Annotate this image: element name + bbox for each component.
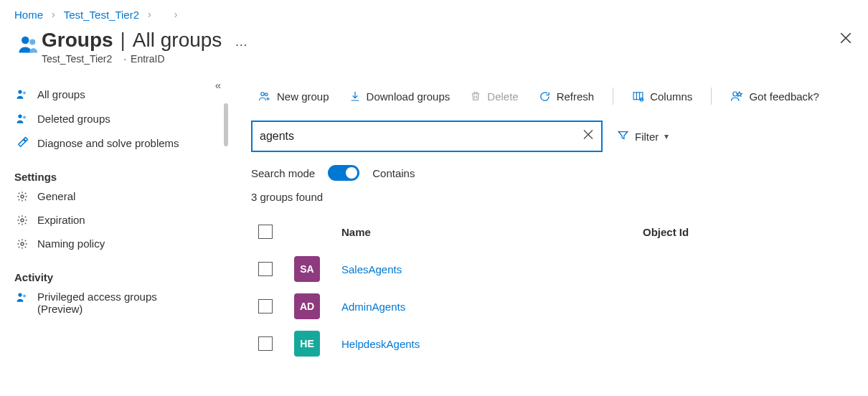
group-avatar: HE (294, 331, 320, 357)
svg-point-1 (29, 39, 35, 45)
group-avatar: AD (294, 293, 320, 319)
feedback-button[interactable]: Got feedback? (723, 87, 826, 105)
clear-search-button[interactable] (582, 129, 594, 144)
svg-point-15 (733, 92, 737, 96)
toolbar-label: Refresh (557, 90, 595, 103)
download-icon (349, 90, 361, 102)
group-name-link[interactable]: HelpdeskAgents (341, 338, 420, 350)
sidebar-item-all-groups[interactable]: All groups (13, 82, 230, 106)
toolbar-label: Columns (650, 90, 692, 103)
toolbar-separator (711, 88, 712, 105)
svg-point-8 (21, 242, 24, 245)
sidebar-item-label: All groups (37, 88, 85, 100)
close-button[interactable] (839, 32, 852, 48)
chevron-right-icon: › (52, 9, 55, 20)
result-count: 3 groups found (251, 191, 854, 203)
search-mode-value: Contains (372, 167, 415, 179)
row-checkbox[interactable] (258, 336, 273, 351)
main-content: New group Download groups Delete Refresh… (230, 77, 868, 396)
select-all-checkbox[interactable] (258, 225, 273, 239)
title-divider: | (121, 29, 126, 52)
new-group-button[interactable]: New group (251, 87, 336, 105)
sidebar: « All groups Deleted groups Diagnose and… (0, 77, 230, 396)
search-input-wrapper (251, 121, 603, 152)
table-row: AD AdminAgents (251, 288, 854, 325)
delete-button: Delete (463, 88, 525, 105)
svg-point-0 (22, 37, 29, 44)
sidebar-item-general[interactable]: General (13, 184, 230, 208)
toolbar: New group Download groups Delete Refresh… (251, 77, 854, 115)
breadcrumb-tenant[interactable]: Test_Test_Tier2 (64, 9, 139, 21)
feedback-icon (730, 90, 743, 103)
chevron-right-icon: › (174, 9, 178, 20)
results-table: Name Object Id SA SalesAgents AD AdminAg… (251, 213, 854, 362)
chevron-down-icon: ▾ (664, 131, 669, 141)
column-header-object-id[interactable]: Object Id (638, 226, 854, 238)
sidebar-item-label: Expiration (37, 214, 85, 226)
row-checkbox[interactable] (258, 299, 273, 314)
collapse-sidebar-button[interactable]: « (215, 79, 221, 91)
row-checkbox[interactable] (258, 262, 273, 276)
svg-point-12 (265, 93, 268, 96)
add-group-icon (258, 90, 271, 103)
sidebar-item-label: General (37, 190, 75, 202)
group-avatar: SA (294, 256, 320, 282)
groups-icon (14, 88, 30, 100)
svg-point-4 (18, 114, 22, 118)
filter-button[interactable]: Filter ▾ (613, 126, 673, 146)
svg-point-3 (23, 92, 26, 95)
table-row: HE HelpdeskAgents (251, 325, 854, 362)
svg-point-2 (18, 90, 22, 93)
svg-point-11 (261, 93, 265, 96)
table-row: SA SalesAgents (251, 250, 854, 288)
chevron-right-icon: › (148, 9, 151, 20)
svg-point-10 (23, 295, 26, 298)
breadcrumb: Home › Test_Test_Tier2 › › (0, 0, 868, 24)
search-input[interactable] (260, 130, 572, 143)
filter-label: Filter (635, 131, 659, 143)
svg-point-9 (18, 293, 22, 296)
group-name-link[interactable]: AdminAgents (341, 301, 405, 313)
sidebar-item-naming-policy[interactable]: Naming policy (13, 232, 230, 255)
sidebar-section-activity: Activity (13, 265, 230, 285)
sidebar-item-diagnose[interactable]: Diagnose and solve problems (13, 131, 230, 155)
refresh-icon (539, 90, 551, 103)
filter-icon (617, 129, 629, 143)
more-menu[interactable]: … (235, 34, 247, 50)
columns-icon (632, 90, 644, 103)
search-mode-toggle[interactable] (328, 165, 359, 181)
toolbar-label: New group (277, 90, 329, 103)
search-mode-label: Search mode (251, 167, 315, 179)
toolbar-label: Got feedback? (749, 90, 819, 103)
dot-separator: · (123, 53, 126, 65)
svg-point-7 (21, 219, 24, 222)
refresh-button[interactable]: Refresh (532, 88, 602, 105)
sidebar-item-label: Deleted groups (37, 113, 110, 125)
gear-icon (14, 214, 30, 226)
sidebar-section-settings: Settings (13, 165, 230, 184)
wrench-icon (14, 136, 30, 149)
download-groups-button[interactable]: Download groups (342, 88, 458, 105)
group-name-link[interactable]: SalesAgents (341, 263, 402, 275)
gear-icon (14, 191, 30, 202)
columns-button[interactable]: Columns (625, 88, 699, 105)
scrollbar-thumb[interactable] (224, 103, 228, 146)
sidebar-item-label: Naming policy (37, 237, 105, 250)
page-subtitle: All groups (133, 29, 222, 52)
page-header: Groups | All groups Test_Test_Tier2 ·Ent… (0, 24, 868, 65)
column-header-name[interactable]: Name (337, 226, 638, 238)
svg-point-6 (21, 195, 24, 198)
breadcrumb-home[interactable]: Home (14, 9, 43, 21)
trash-icon (470, 90, 481, 102)
sidebar-item-privileged-access[interactable]: Privileged access groups (Preview) (13, 285, 230, 321)
product-label: EntraID (131, 53, 164, 65)
groups-icon (14, 112, 30, 125)
gear-icon (14, 238, 30, 250)
sidebar-item-expiration[interactable]: Expiration (13, 208, 230, 232)
sidebar-item-label: Privileged access groups (Preview) (37, 291, 195, 315)
table-header: Name Object Id (251, 213, 854, 250)
toolbar-label: Delete (487, 90, 518, 103)
groups-icon (14, 29, 42, 55)
sidebar-item-deleted-groups[interactable]: Deleted groups (13, 106, 230, 131)
page-title: Groups (42, 29, 113, 52)
